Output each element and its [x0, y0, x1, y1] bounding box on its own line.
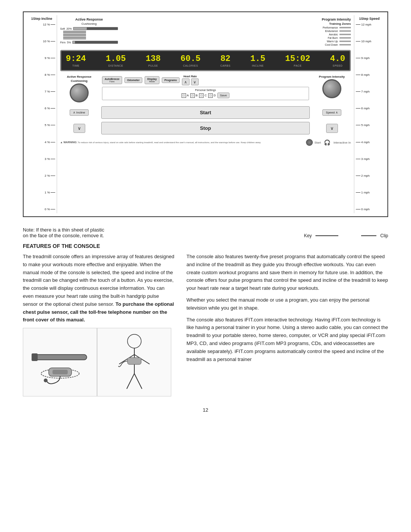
odometer-button[interactable]: Odometer — [124, 77, 142, 83]
programs-button[interactable]: Programs — [162, 77, 180, 83]
cushioning-lines — [63, 31, 118, 39]
display-mode-button[interactable]: Display Mode — [145, 76, 159, 84]
right-para-1: The console also features twenty-five pr… — [186, 253, 388, 292]
action-row-2: ∨ Stop ∨ — [57, 120, 354, 136]
cushioning-slider-row-firm: Firm 5% — [60, 41, 118, 44]
zone-fatburn-label: Fat Burn — [328, 37, 338, 39]
ps-button-a[interactable]: □ A — [182, 93, 189, 98]
incline-mark-2: 2 % — [28, 174, 55, 177]
incline-mark-10: 10 % — [28, 40, 55, 43]
ps-button-c[interactable]: □ C — [199, 93, 207, 98]
cushioning-slider-soft[interactable] — [73, 27, 118, 30]
display-incline-label: INCLINE — [252, 64, 264, 67]
autobreeze-button[interactable]: AutoBreeze Fans — [102, 76, 122, 84]
cushioning-dial[interactable] — [70, 83, 89, 102]
display-spacer — [118, 18, 234, 47]
incline-down-button[interactable]: ∨ — [73, 124, 85, 133]
incline-up-button[interactable]: ∧ Incline — [70, 109, 88, 116]
program-intensity-ctrl-title: Program Intensity — [319, 75, 345, 78]
start-button[interactable]: Start — [101, 106, 310, 119]
cushioning-slider-firm[interactable] — [72, 41, 118, 44]
incline-mark-0: 0 % — [28, 208, 55, 211]
speed-column: 1Step Speed 12 mph 10 mph 9 mph 8 mph 7 … — [354, 15, 384, 213]
arc-response-subtitle: Cushioning — [71, 79, 88, 83]
incline-mark-3: 3 % — [28, 157, 55, 161]
speed-mark-2: 2 mph — [356, 174, 383, 177]
speed-mark-4: 4 mph — [356, 141, 383, 144]
display-calories-label: CALORIES — [183, 64, 198, 67]
svg-rect-12 — [127, 358, 141, 364]
display-calories: 60.5 CALORIES — [180, 54, 201, 67]
speed-mark-5: 5 mph — [356, 123, 383, 127]
display-incline: 1.5 INCLINE — [250, 54, 266, 67]
display-distance: 1.05 DISTANCE — [106, 54, 126, 67]
display-pulse-value: 138 — [146, 54, 161, 64]
speed-mark-6: 6 mph — [356, 107, 383, 110]
buttons-grid: AutoBreeze Fans Odometer Display Mode — [102, 75, 309, 100]
speed-mark-1: 1 mph — [356, 191, 383, 194]
speed-mark-9: 9 mph — [356, 56, 383, 60]
right-column: The console also features twenty-five pr… — [186, 253, 388, 396]
display-incline-value: 1.5 — [250, 54, 266, 64]
zone-aerobic-label: Aerobic — [329, 33, 338, 36]
display-pulse: 138 PULSE — [146, 54, 161, 67]
display-distance-label: DISTANCE — [108, 64, 123, 67]
display-pace-label: PACE — [294, 64, 302, 67]
heart-rate-up-button[interactable]: ∧ — [182, 78, 190, 85]
incline-title: 1Step Incline — [31, 17, 53, 21]
display-time: 9:24 TIME — [66, 54, 86, 67]
clip-label: Clip — [380, 233, 388, 238]
zone-warm-up: Warm Up — [234, 40, 351, 43]
person-sensor-image — [97, 328, 171, 396]
features-heading: FEATURES OF THE CONSOLE — [23, 243, 388, 249]
speed-up-button[interactable]: Speed ∧ — [322, 109, 341, 116]
display-time-value: 9:24 — [66, 54, 86, 64]
incline-mark-6: 6 % — [28, 107, 55, 110]
speed-mark-0: 0 mph — [356, 208, 383, 211]
heart-rate-down-button[interactable]: ∨ — [191, 78, 199, 85]
page-number: 12 — [23, 407, 388, 413]
program-intensity-dial[interactable] — [322, 79, 341, 98]
center-panel: Active Response Cushioning Soft 20% — [57, 15, 354, 213]
program-intensity-title: Program Intensity — [234, 18, 351, 21]
display-screen: 9:24 TIME 1.05 DISTANCE 138 PULSE 60.5 — [60, 50, 351, 71]
ps-button-d[interactable]: □ D — [208, 93, 216, 98]
display-speed-label: SPEED — [333, 64, 342, 67]
cushioning-title: Active Response — [60, 18, 118, 21]
svg-rect-1 — [32, 353, 38, 361]
images-row — [23, 328, 175, 396]
speed-mark-12: 12 mph — [356, 23, 383, 26]
speed-mark-7: 7 mph — [356, 90, 383, 93]
note-text: Note: If there is a thin sheet of plasti… — [23, 227, 281, 238]
ps-button-b[interactable]: □ B — [190, 93, 198, 98]
stop-button[interactable]: Stop — [101, 122, 310, 134]
belt-sensor-image — [23, 328, 97, 396]
heart-rate-control: Heart Rate ∧ ∨ — [182, 75, 199, 85]
features-section: FEATURES OF THE CONSOLE The treadmill co… — [23, 240, 388, 399]
speed-down-button[interactable]: ∨ — [326, 124, 338, 133]
svg-point-5 — [44, 379, 48, 382]
display-time-label: TIME — [72, 64, 80, 67]
display-carbs-value: 82 — [220, 54, 230, 64]
svg-line-10 — [127, 374, 134, 389]
save-button[interactable]: Save — [217, 93, 229, 98]
two-column-layout: The treadmill console offers an impressi… — [23, 253, 388, 396]
personal-settings-title: Personal Settings — [105, 89, 306, 91]
display-carbs-label: CARBS — [220, 64, 231, 67]
note-line2: on the face of the console, remove it. — [23, 233, 281, 238]
display-pace-value: 15:02 — [285, 54, 310, 64]
incline-column: 1Step Incline 12 % 10 % 9 % 8 % 7 % 6 % … — [27, 15, 57, 213]
zone-endurance-label: Endurance — [325, 30, 338, 32]
svg-rect-4 — [53, 370, 68, 374]
display-distance-value: 1.05 — [106, 54, 126, 64]
accessories-row: Start 🎧 Interactive In — [306, 137, 351, 147]
svg-line-11 — [134, 374, 142, 389]
incline-mark-12: 12 % — [28, 23, 55, 26]
program-intensity-dial-area: Program Intensity — [313, 75, 351, 98]
key-wire — [315, 235, 338, 236]
personal-settings: Personal Settings □ A □ B — [102, 87, 309, 100]
right-para-2: Whether you select the manual mode or us… — [186, 296, 388, 312]
speed-marks: 12 mph 10 mph 9 mph 8 mph 7 mph 6 mph 5 … — [356, 22, 383, 212]
incline-down-control: ∨ — [60, 124, 98, 133]
incline-mark-1: 1 % — [28, 191, 55, 194]
